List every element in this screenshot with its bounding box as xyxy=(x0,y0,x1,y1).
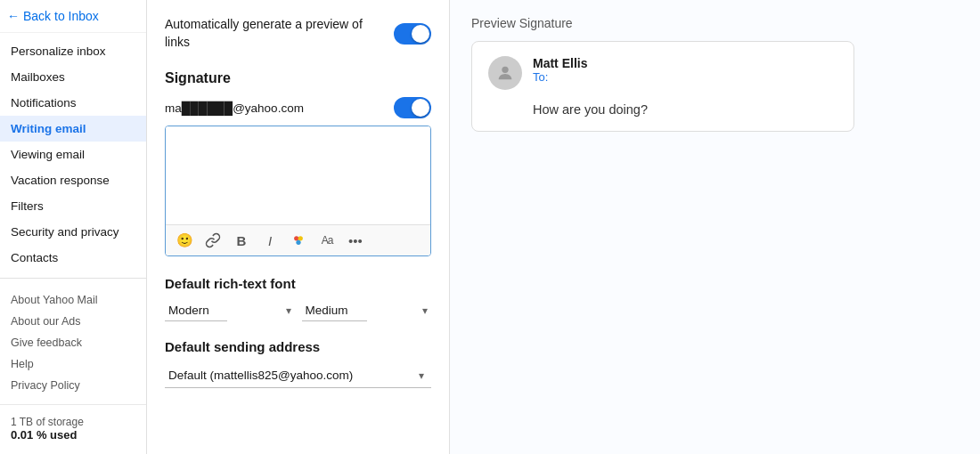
sidebar-item-vacation-response[interactable]: Vacation response xyxy=(0,167,146,193)
svg-point-1 xyxy=(298,236,303,240)
sidebar-nav: Personalize inbox Mailboxes Notification… xyxy=(0,33,146,404)
signature-toggle[interactable] xyxy=(394,97,431,118)
more-icon[interactable]: ••• xyxy=(346,231,365,250)
signature-title: Signature xyxy=(165,70,431,86)
email-toggle-row: ma██████@yahoo.com xyxy=(165,97,431,118)
colors-icon[interactable] xyxy=(289,231,308,250)
sidebar-item-writing-email[interactable]: Writing email xyxy=(0,116,146,142)
about-yahoo-mail-link[interactable]: About Yahoo Mail xyxy=(0,289,146,311)
annotation-container: 🙂 B I Aa ••• xyxy=(165,126,431,256)
auto-preview-row: Automatically generate a preview of link… xyxy=(165,16,431,51)
settings-panel: Automatically generate a preview of link… xyxy=(147,0,450,454)
preview-label: Preview Signature xyxy=(471,16,959,30)
preview-email-card: Matt Ellis To: How are you doing? xyxy=(471,41,854,132)
back-to-inbox-label: Back to Inbox xyxy=(23,9,99,23)
font-family-select[interactable]: Modern xyxy=(165,300,227,321)
sender-name: Matt Ellis xyxy=(533,56,587,70)
auto-preview-label: Automatically generate a preview of link… xyxy=(165,16,388,51)
signature-toolbar: 🙂 B I Aa ••• xyxy=(166,224,430,255)
give-feedback-link[interactable]: Give feedback xyxy=(0,332,146,353)
signature-section: Signature ma██████@yahoo.com 🙂 B I xyxy=(165,70,431,256)
emoji-icon[interactable]: 🙂 xyxy=(175,231,194,250)
divider xyxy=(0,278,146,279)
default-address-label: Default sending address xyxy=(165,339,431,354)
auto-preview-section: Automatically generate a preview of link… xyxy=(165,16,431,51)
email-account-label: ma██████@yahoo.com xyxy=(165,101,304,115)
storage-info: 1 TB of storage 0.01 % used xyxy=(0,404,146,454)
sidebar-item-viewing-email[interactable]: Viewing email xyxy=(0,142,146,167)
sidebar-item-security-privacy[interactable]: Security and privacy xyxy=(0,219,146,245)
rich-font-section: Default rich-text font Modern Medium xyxy=(165,276,431,321)
signature-text-area[interactable] xyxy=(166,126,430,224)
avatar xyxy=(488,56,522,90)
address-select-wrapper: Default (mattellis825@yahoo.com) xyxy=(165,363,431,388)
about-our-ads-link[interactable]: About our Ads xyxy=(0,311,146,332)
storage-label: 1 TB of storage xyxy=(11,416,135,428)
signature-editor[interactable]: 🙂 B I Aa ••• xyxy=(165,126,431,256)
rich-font-label: Default rich-text font xyxy=(165,276,431,291)
font-size-wrapper: Medium xyxy=(302,300,432,321)
to-label: To: xyxy=(533,70,587,84)
svg-point-0 xyxy=(294,236,298,240)
sidebar-item-notifications[interactable]: Notifications xyxy=(0,90,146,116)
back-arrow-icon: ← xyxy=(7,9,20,23)
back-to-inbox-button[interactable]: ← Back to Inbox xyxy=(0,0,146,33)
italic-icon[interactable]: I xyxy=(260,231,280,250)
default-address-section: Default sending address Default (mattell… xyxy=(165,339,431,388)
bold-icon[interactable]: B xyxy=(232,231,251,250)
sidebar-item-filters[interactable]: Filters xyxy=(0,193,146,219)
sidebar: ← Back to Inbox Personalize inbox Mailbo… xyxy=(0,0,147,454)
preview-email-body: How are you doing? xyxy=(488,102,837,117)
font-family-wrapper: Modern xyxy=(165,300,295,321)
help-link[interactable]: Help xyxy=(0,353,146,375)
font-selects: Modern Medium xyxy=(165,300,431,321)
link-icon[interactable] xyxy=(203,231,223,250)
font-size-icon[interactable]: Aa xyxy=(317,231,337,250)
storage-used-label: 0.01 % used xyxy=(11,428,135,442)
auto-preview-toggle[interactable] xyxy=(394,23,431,45)
preview-email-header: Matt Ellis To: xyxy=(488,56,837,90)
sender-info: Matt Ellis To: xyxy=(533,56,587,84)
footer-links: About Yahoo Mail About our Ads Give feed… xyxy=(0,286,146,396)
sidebar-item-mailboxes[interactable]: Mailboxes xyxy=(0,64,146,90)
svg-point-5 xyxy=(502,67,508,73)
preview-panel: Preview Signature Matt Ellis To: How are… xyxy=(450,0,980,454)
font-size-select[interactable]: Medium xyxy=(302,300,367,321)
privacy-policy-link[interactable]: Privacy Policy xyxy=(0,375,146,396)
sidebar-item-contacts[interactable]: Contacts xyxy=(0,245,146,271)
svg-point-2 xyxy=(296,240,300,245)
address-select[interactable]: Default (mattellis825@yahoo.com) xyxy=(165,363,431,388)
sidebar-item-personalize[interactable]: Personalize inbox xyxy=(0,38,146,64)
